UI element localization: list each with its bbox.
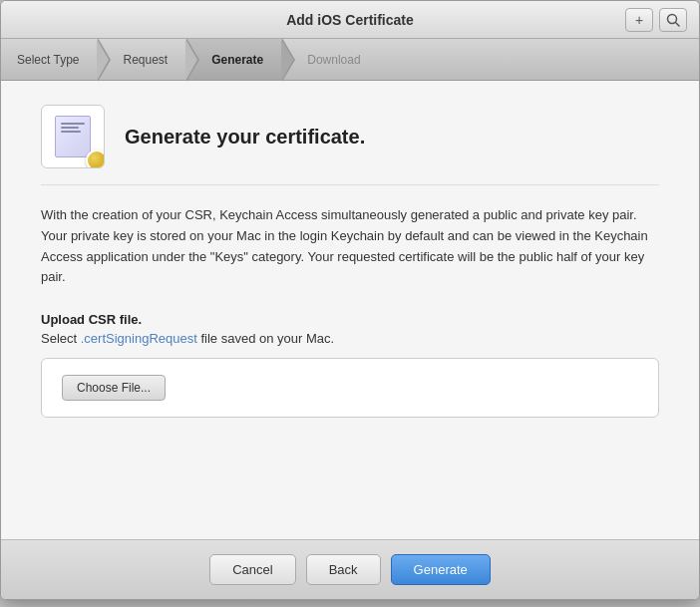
cert-badge (86, 150, 105, 168)
breadcrumb-generate[interactable]: Generate (187, 39, 283, 80)
upload-sublabel-suffix: file saved on your Mac. (197, 331, 334, 346)
search-button[interactable] (659, 8, 687, 32)
upload-label: Upload CSR file. (41, 312, 659, 327)
breadcrumb-request[interactable]: Request (99, 39, 187, 80)
description-text: With the creation of your CSR, Keychain … (41, 205, 659, 288)
generate-button[interactable]: Generate (391, 554, 491, 585)
window-title: Add iOS Certificate (286, 12, 414, 28)
add-button[interactable]: + (625, 8, 653, 32)
cert-line-1 (61, 123, 85, 125)
main-content: Generate your certificate. With the crea… (1, 81, 699, 539)
choose-file-button[interactable]: Choose File... (62, 375, 166, 401)
back-button[interactable]: Back (306, 554, 381, 585)
cancel-button[interactable]: Cancel (209, 554, 295, 585)
title-bar-buttons: + (625, 8, 687, 32)
upload-sublabel-link[interactable]: .certSigningRequest (81, 331, 197, 346)
breadcrumb-nav: Select Type Request Generate Download (1, 39, 699, 81)
file-upload-box: Choose File... (41, 358, 659, 418)
cert-title: Generate your certificate. (125, 126, 365, 149)
main-window: Add iOS Certificate + Select Type Reques… (0, 0, 700, 600)
cert-line-2 (61, 127, 79, 129)
cert-icon (41, 105, 105, 168)
upload-section: Upload CSR file. Select .certSigningRequ… (41, 312, 659, 418)
cert-lines (61, 123, 85, 133)
cert-doc (55, 116, 91, 157)
cert-line-3 (61, 131, 81, 133)
cert-header: Generate your certificate. (41, 105, 659, 185)
title-bar: Add iOS Certificate + (1, 1, 699, 39)
breadcrumb-select-type[interactable]: Select Type (1, 39, 99, 80)
upload-sublabel: Select .certSigningRequest file saved on… (41, 331, 659, 346)
bottom-bar: Cancel Back Generate (1, 539, 699, 599)
upload-sublabel-prefix: Select (41, 331, 81, 346)
svg-line-1 (676, 22, 680, 26)
breadcrumb-download: Download (283, 39, 380, 80)
